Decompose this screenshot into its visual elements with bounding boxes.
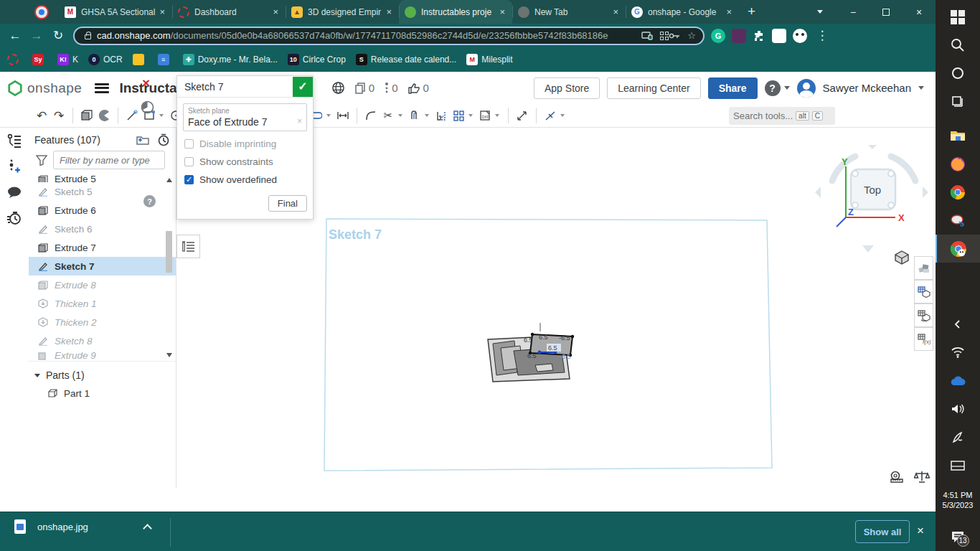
construction-dropdown-icon[interactable]: [560, 114, 565, 117]
file-explorer-icon[interactable]: [936, 122, 980, 150]
tab-close-icon[interactable]: ×: [725, 6, 733, 17]
close-window-button[interactable]: ×: [903, 0, 936, 24]
likes-count[interactable]: 0: [408, 82, 429, 94]
browser-tab-6[interactable]: G onshape - Google ×: [626, 0, 739, 24]
browser-tab-5[interactable]: New Tab ×: [512, 0, 626, 24]
construction-tool-icon[interactable]: [542, 106, 559, 125]
offset-tool-icon[interactable]: [406, 106, 423, 125]
bookmark-item[interactable]: Sy: [32, 54, 47, 65]
part-1-row[interactable]: Part 1: [29, 385, 176, 402]
history-icon[interactable]: [0, 205, 29, 231]
start-button[interactable]: [936, 3, 980, 31]
configurations-panel-button[interactable]: [914, 280, 933, 303]
show-all-downloads-button[interactable]: Show all: [855, 520, 910, 543]
feature-extrude-8[interactable]: Extrude 8: [29, 276, 176, 294]
grammarly-extension-icon[interactable]: G: [711, 29, 725, 43]
trim-dropdown-icon[interactable]: [398, 114, 402, 117]
search-tools-field[interactable]: Search tools... alt C: [729, 107, 835, 125]
redo-icon[interactable]: ↷: [50, 106, 67, 125]
show-constraints-checkbox[interactable]: Show constraints: [184, 156, 306, 167]
task-view-icon[interactable]: [936, 88, 980, 116]
back-icon[interactable]: ←: [4, 29, 26, 43]
dimension-tool-icon[interactable]: [334, 106, 352, 125]
rollback-history-icon[interactable]: [157, 133, 170, 146]
password-key-icon[interactable]: [669, 32, 680, 39]
onshape-logo[interactable]: onshape: [7, 80, 82, 96]
share-button[interactable]: Share: [708, 77, 758, 99]
browser-menu-kebab-icon[interactable]: ⋮: [811, 28, 833, 43]
tab-close-icon[interactable]: ×: [498, 6, 507, 17]
part-geometry[interactable]: 6.5 6.5 -6.5 6.5 6.5 -6.5: [488, 323, 574, 382]
snipping-tool-icon[interactable]: [936, 207, 980, 235]
browser-tab-2[interactable]: Dashboard ×: [172, 0, 286, 24]
public-globe-icon[interactable]: [331, 81, 345, 95]
purple-extension-icon[interactable]: [732, 29, 746, 43]
feature-sketch-8[interactable]: Sketch 8: [29, 331, 176, 350]
cast-icon[interactable]: [641, 32, 653, 40]
bookmark-item[interactable]: K!K: [57, 54, 78, 65]
main-menu-icon[interactable]: [95, 83, 109, 93]
app-store-button[interactable]: App Store: [534, 77, 600, 99]
bookmark-star-icon[interactable]: ☆: [687, 30, 696, 41]
bookmark-item[interactable]: [7, 54, 22, 65]
feature-list-panel-icon[interactable]: [0, 128, 29, 154]
rectangle-dropdown-icon[interactable]: [159, 114, 164, 117]
dialog-help-icon[interactable]: ?: [143, 195, 156, 207]
side-panel-extension-icon[interactable]: [772, 29, 786, 43]
feature-extrude-5[interactable]: Extrude 5: [29, 174, 176, 182]
undo-icon[interactable]: ↶: [33, 106, 50, 125]
mirror-tool-icon[interactable]: [433, 106, 450, 125]
download-item[interactable]: onshape.jpg: [14, 519, 151, 534]
commit-check-button[interactable]: ✓: [293, 77, 313, 97]
user-menu-caret-icon[interactable]: [918, 86, 924, 90]
firefox-icon[interactable]: [936, 150, 980, 178]
comment-icon[interactable]: [0, 179, 29, 205]
display-states-panel-button[interactable]: [914, 303, 933, 327]
tab-close-icon[interactable]: ×: [611, 6, 620, 17]
final-button[interactable]: Final: [268, 195, 307, 212]
chrome-active-icon[interactable]: [936, 235, 980, 263]
tape-measure-icon[interactable]: [888, 471, 905, 486]
onedrive-icon[interactable]: [936, 367, 980, 395]
trim-tool-icon[interactable]: ✂: [380, 106, 397, 125]
parts-section-header[interactable]: Parts (1): [29, 366, 176, 385]
slot-dropdown-icon[interactable]: [326, 114, 331, 117]
feature-thicken-2[interactable]: Thicken 2: [29, 313, 176, 331]
feature-extrude-9[interactable]: Extrude 9: [29, 350, 176, 360]
fillet-tool-icon[interactable]: [362, 106, 380, 125]
tab-close-icon[interactable]: ×: [385, 6, 393, 17]
avatar[interactable]: [797, 79, 816, 98]
tab-close-icon[interactable]: ×: [158, 6, 166, 17]
touch-keyboard-icon[interactable]: [936, 451, 980, 479]
bookmark-item[interactable]: ✚Doxy.me - Mr. Bela...: [183, 54, 278, 65]
learning-center-button[interactable]: Learning Center: [607, 77, 700, 99]
extrude-tool-icon[interactable]: [78, 106, 95, 125]
address-bar[interactable]: cad.onshape.com/documents/05d0e0b4a68066…: [73, 27, 705, 45]
chrome-icon[interactable]: [936, 178, 980, 206]
qr-icon[interactable]: [660, 32, 669, 40]
browser-tab-4-active[interactable]: Instructables proje ×: [399, 0, 512, 24]
bookmark-item[interactable]: MMilesplit: [466, 54, 512, 65]
filter-input[interactable]: [53, 151, 165, 169]
windows-ink-icon[interactable]: [936, 423, 980, 451]
feature-thicken-1[interactable]: Thicken 1: [29, 294, 176, 313]
scroll-up-icon[interactable]: [166, 178, 172, 182]
rollback-clock-icon[interactable]: [141, 100, 154, 117]
dxf-dropdown-icon[interactable]: [495, 114, 499, 117]
wifi-icon[interactable]: [936, 339, 980, 367]
tab-search-chevron-icon[interactable]: [804, 0, 837, 24]
pattern-tool-icon[interactable]: [450, 106, 467, 125]
feature-sketch-6[interactable]: Sketch 6: [29, 220, 176, 238]
tab-close-icon[interactable]: ×: [271, 6, 280, 17]
bookmark-item[interactable]: 10Cirlce Crop: [288, 54, 346, 65]
minimize-button[interactable]: −: [837, 0, 870, 24]
feature-extrude-7[interactable]: Extrude 7: [29, 238, 176, 257]
new-tab-button[interactable]: +: [748, 4, 755, 19]
appearance-panel-button[interactable]: [914, 256, 933, 280]
copies-count[interactable]: 0: [355, 82, 374, 94]
mass-properties-icon[interactable]: [914, 471, 930, 486]
show-overdefined-checkbox[interactable]: ✓ Show overdefined: [184, 174, 306, 185]
import-dxf-icon[interactable]: DXF: [476, 106, 494, 125]
close-shelf-icon[interactable]: ×: [917, 524, 924, 538]
custom-tables-panel-button[interactable]: f(x): [914, 327, 933, 351]
